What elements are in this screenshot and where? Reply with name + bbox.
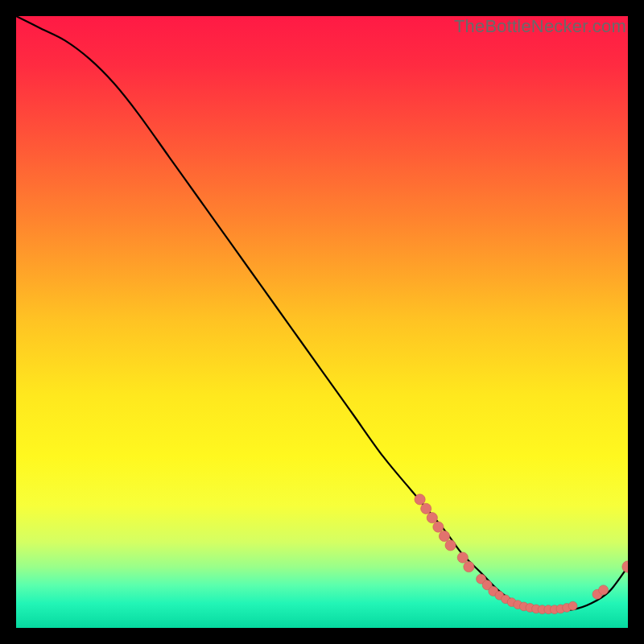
data-point <box>445 540 456 551</box>
chart-frame: TheBottleNecker.com <box>16 16 628 628</box>
data-point <box>568 601 577 610</box>
bottleneck-chart <box>16 16 628 628</box>
data-point <box>464 561 474 572</box>
data-point <box>599 585 609 595</box>
watermark-text: TheBottleNecker.com <box>454 16 626 37</box>
data-point <box>427 513 437 523</box>
gradient-background <box>16 16 628 628</box>
data-point <box>433 522 444 532</box>
data-point <box>421 503 431 514</box>
data-point <box>439 530 449 541</box>
data-point <box>415 494 425 505</box>
data-point <box>457 552 468 563</box>
